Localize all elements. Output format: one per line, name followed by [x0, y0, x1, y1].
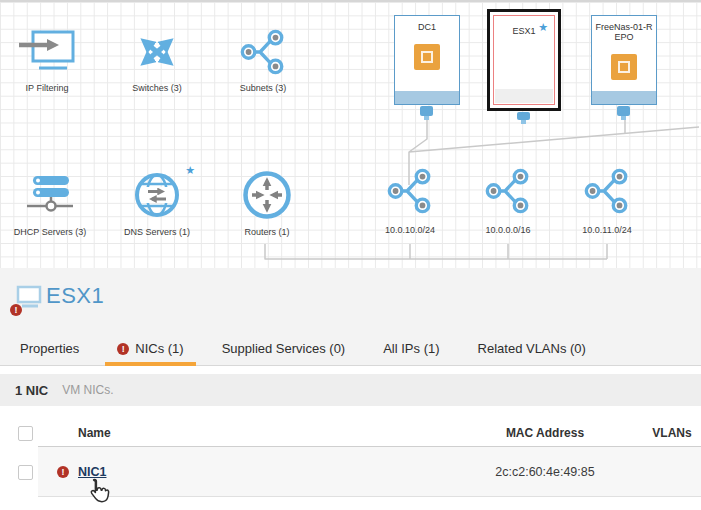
- node-label: DNS Servers (1): [107, 227, 207, 237]
- dhcp-server-icon: [0, 172, 100, 218]
- tab-label: All IPs (1): [383, 341, 439, 356]
- subnet-label: 10.0.10.0/24: [360, 225, 460, 235]
- nic-table: Name MAC Address VLANs ! NIC1 2c:c2:60:4…: [0, 420, 701, 497]
- dns-server-icon: [107, 172, 207, 218]
- device-freenas[interactable]: FreeNas-01-REPO: [591, 15, 657, 105]
- device-name: DC1: [395, 22, 459, 32]
- node-dns-servers[interactable]: ★ DNS Servers (1): [107, 172, 207, 237]
- nic-plug-icon: [517, 112, 530, 120]
- tab-supplied-services[interactable]: Supplied Services (0): [210, 332, 358, 365]
- nic-description: VM NICs.: [62, 383, 113, 397]
- tab-all-ips[interactable]: All IPs (1): [371, 332, 451, 365]
- column-header-mac: MAC Address: [447, 426, 643, 440]
- node-ip-filtering[interactable]: IP Filtering: [0, 30, 97, 93]
- tab-label: Related VLANs (0): [478, 341, 586, 356]
- node-subnets-group[interactable]: Subnets (3): [213, 30, 313, 93]
- switch-icon: [107, 30, 207, 74]
- tab-related-vlans[interactable]: Related VLANs (0): [466, 332, 598, 365]
- subnet-icon: [557, 166, 657, 216]
- row-checkbox[interactable]: [18, 465, 33, 480]
- warning-icon: !: [57, 466, 69, 478]
- topology-canvas[interactable]: IP Filtering Switches (3) Subnets (3): [0, 0, 701, 268]
- host-box-icon: [611, 54, 637, 80]
- subnet-icon: [213, 30, 313, 74]
- node-subnet-10-0-10-0[interactable]: 10.0.10.0/24: [360, 166, 460, 235]
- node-subnet-10-0-0-0[interactable]: 10.0.0.0/16: [458, 166, 558, 235]
- star-icon: ★: [538, 22, 548, 33]
- select-all-checkbox[interactable]: [18, 426, 33, 441]
- subnet-icon: [360, 166, 460, 216]
- host-box-icon: [414, 44, 440, 70]
- warning-icon: !: [117, 343, 129, 355]
- device-esx1-selected[interactable]: ESX1 ★: [487, 9, 561, 111]
- node-label: Subnets (3): [213, 83, 313, 93]
- page-title: ESX1: [46, 283, 104, 308]
- node-label: Switches (3): [107, 83, 207, 93]
- tab-bar: Properties ! NICs (1) Supplied Services …: [0, 332, 701, 365]
- column-header-vlans: VLANs: [643, 426, 701, 440]
- detail-panel: ! ESX1 Properties ! NICs (1) Supplied Se…: [0, 268, 701, 510]
- nic-count: 1 NIC: [15, 383, 48, 398]
- tab-label: NICs (1): [135, 341, 183, 356]
- node-dhcp-servers[interactable]: DHCP Servers (3): [0, 172, 100, 237]
- summary-band: 1 NIC VM NICs.: [0, 374, 701, 406]
- device-footer: [592, 91, 656, 104]
- router-icon: [217, 172, 317, 218]
- device-footer: [495, 89, 553, 103]
- tab-label: Properties: [20, 341, 79, 356]
- table-header-row: Name MAC Address VLANs: [0, 420, 701, 447]
- node-label: DHCP Servers (3): [0, 227, 100, 237]
- node-label: IP Filtering: [0, 83, 97, 93]
- tab-nics[interactable]: ! NICs (1): [105, 332, 195, 365]
- host-monitor-icon: !: [15, 285, 43, 313]
- column-header-name: Name: [38, 426, 447, 440]
- subnet-icon: [458, 166, 558, 216]
- tab-label: Supplied Services (0): [222, 341, 346, 356]
- nic-plug-icon: [617, 106, 630, 116]
- nic-name-link[interactable]: NIC1: [78, 465, 106, 479]
- node-switches[interactable]: Switches (3): [107, 30, 207, 93]
- tab-properties[interactable]: Properties: [8, 332, 91, 365]
- device-dc1[interactable]: DC1: [394, 15, 460, 105]
- device-name: FreeNas-01-REPO: [592, 22, 656, 42]
- mac-address-value: 2c:c2:60:4e:49:85: [447, 465, 643, 479]
- panel-header: ! ESX1 Properties ! NICs (1) Supplied Se…: [0, 268, 701, 366]
- node-label: Routers (1): [217, 227, 317, 237]
- node-subnet-10-0-11-0[interactable]: 10.0.11.0/24: [557, 166, 657, 235]
- node-routers[interactable]: Routers (1): [217, 172, 317, 237]
- subnet-label: 10.0.11.0/24: [557, 225, 657, 235]
- ip-filtering-icon: [0, 30, 97, 74]
- table-row: ! NIC1 2c:c2:60:4e:49:85: [0, 447, 701, 497]
- warning-icon: !: [10, 304, 22, 316]
- nic-plug-icon: [420, 106, 433, 116]
- device-footer: [395, 91, 459, 104]
- subnet-label: 10.0.0.0/16: [458, 225, 558, 235]
